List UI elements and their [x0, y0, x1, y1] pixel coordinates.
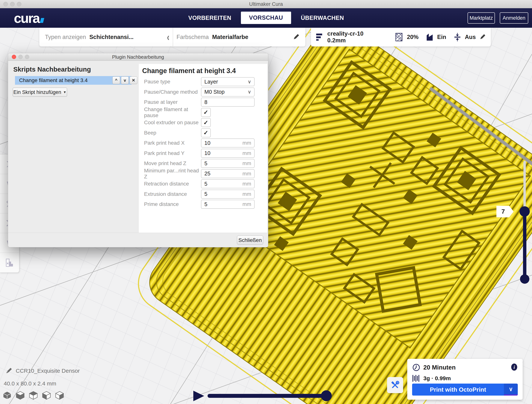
support-blocker-tool[interactable] — [0, 253, 19, 272]
view-left-button[interactable] — [41, 390, 52, 401]
chevron-down-icon: ∨ — [248, 79, 251, 85]
script-settings-panel: Change filament at height 3.4 Pause type… — [139, 64, 267, 233]
window-title: Ultimaker Cura — [0, 1, 532, 7]
layer-slider-handle[interactable] — [519, 206, 530, 217]
pause-at-layer-input[interactable]: 8 — [201, 98, 254, 107]
field-label: Park print head Y — [139, 150, 201, 156]
field-value: 5 — [204, 191, 207, 197]
field-row-prime-distance: Prime distance5mm — [139, 199, 267, 210]
clock-icon — [412, 363, 420, 372]
collapse-chevron-icon[interactable]: ‹ — [167, 31, 169, 43]
extrusion-distance-input[interactable]: 5mm — [201, 190, 254, 199]
field-row-beep: Beep✓ — [139, 128, 267, 138]
view-top-button[interactable] — [28, 390, 38, 401]
view-3d-button[interactable] — [2, 390, 12, 401]
printer-profile: creality-cr-10 0.2mm — [327, 30, 380, 44]
dialog-footer: Schließen — [8, 233, 268, 247]
tab-vorbereiten[interactable]: VORBEREITEN — [187, 8, 232, 28]
signin-button[interactable]: Anmelden — [500, 12, 528, 24]
view-front-button[interactable] — [15, 390, 25, 401]
scheme-value[interactable]: Materialfarbe — [212, 34, 248, 40]
field-label: Extrusion distance — [139, 191, 201, 197]
field-row-park-print-head-y: Park print head Y10mm — [139, 148, 267, 159]
view-right-button[interactable] — [54, 390, 65, 401]
pause-type-select[interactable]: Layer∨ — [201, 77, 254, 86]
change-filament-at-pause-checkbox[interactable]: ✓ — [201, 108, 211, 117]
script-move-down-button[interactable]: v — [121, 77, 129, 84]
field-unit: mm — [242, 171, 251, 177]
field-unit: mm — [242, 160, 251, 167]
tab-ueberwachen[interactable]: ÜBERWACHEN — [299, 8, 346, 28]
park-print-head-y-input[interactable]: 10mm — [201, 149, 254, 158]
info-icon[interactable]: i — [511, 363, 518, 372]
script-move-up-button[interactable]: ^ — [112, 77, 120, 84]
field-value: Layer — [204, 79, 218, 85]
beep-checkbox[interactable]: ✓ — [201, 128, 211, 137]
dialog-title: Plugin Nachbearbeitung — [8, 54, 268, 60]
print-with-octoprint-button[interactable]: Print with OctoPrint — [412, 384, 504, 396]
field-row-pause-at-layer: Pause at layer8 — [139, 97, 267, 107]
field-value: 5 — [204, 160, 207, 167]
adhesion-icon — [454, 32, 461, 42]
field-value: 5 — [204, 181, 207, 187]
dialog-titlebar[interactable]: Plugin Nachbearbeitung — [8, 53, 268, 61]
field-row-extrusion-distance: Extrusion distance5mm — [139, 189, 267, 199]
cura-logo-dot — [40, 18, 44, 23]
field-value: 10 — [204, 150, 210, 156]
tab-vorschau[interactable]: VORSCHAU — [241, 12, 291, 24]
field-label: Pause at layer — [139, 99, 201, 105]
layer-slider-track[interactable] — [523, 161, 526, 212]
post-processing-dialog: Plugin Nachbearbeitung Skripts Nachbearb… — [8, 53, 268, 247]
model-dimensions: 40.0 x 80.0 x 2.4 mm — [4, 380, 56, 387]
field-unit: mm — [242, 140, 251, 146]
divider — [173, 28, 173, 46]
field-value: 10 — [204, 140, 210, 146]
print-settings-panel[interactable]: creality-cr-10 0.2mm 20% Ein Aus — [311, 28, 491, 46]
field-row-move-print-head-z: Move print head Z5mm — [139, 158, 267, 169]
prime-distance-input[interactable]: 5mm — [201, 200, 254, 209]
field-label: Cool extruder on pause — [139, 120, 201, 126]
window-titlebar[interactable]: Ultimaker Cura — [0, 0, 532, 8]
support-value: Ein — [437, 34, 446, 40]
infill-icon — [395, 32, 403, 42]
marketplace-button[interactable]: Marktplatz — [468, 12, 495, 24]
field-row-minimum-park-print-head-z: Minimum par...rint head Z25mm — [139, 169, 267, 179]
hammer-wrench-icon — [391, 381, 399, 389]
field-label: Change filament at pause — [139, 106, 201, 118]
type-value[interactable]: Schichtenansi... — [89, 34, 133, 40]
layer-slider-bottom-handle[interactable] — [520, 274, 529, 284]
move-print-head-z-input[interactable]: 5mm — [201, 159, 254, 168]
field-label: Park print head X — [139, 140, 201, 146]
add-script-button[interactable]: Ein Skript hinzufügen ▼ — [13, 88, 67, 97]
main-nav-bar: cura VORBEREITEN VORSCHAU ÜBERWACHEN Mar… — [0, 8, 532, 28]
rename-model-pencil-icon[interactable] — [5, 367, 13, 375]
field-label: Minimum par...rint head Z — [139, 168, 201, 180]
cool-extruder-on-pause-checkbox[interactable]: ✓ — [201, 118, 211, 127]
edit-settings-pencil-icon[interactable] — [480, 33, 486, 41]
path-slider-handle[interactable] — [321, 390, 332, 401]
field-unit: mm — [242, 201, 251, 207]
field-label: Pause type — [139, 79, 201, 85]
script-remove-button[interactable]: ✕ — [130, 77, 137, 84]
form-heading: Change filament at height 3.4 — [142, 67, 267, 75]
close-dialog-button[interactable]: Schließen — [237, 236, 263, 245]
adhesion-value: Aus — [465, 34, 476, 40]
print-job-card: 20 Minuten i 3g · 0.99m Print with OctoP… — [407, 359, 523, 400]
layer-slider-range[interactable] — [523, 211, 526, 279]
script-name: Change filament at height 3.4 — [19, 77, 88, 83]
print-options-chevron[interactable]: ∨ — [504, 384, 518, 396]
minimum-park-print-head-z-input[interactable]: 25mm — [201, 169, 254, 178]
retraction-distance-input[interactable]: 5mm — [201, 179, 254, 188]
script-list-item-selected[interactable]: Change filament at height 3.4 ^ v ✕ — [15, 76, 132, 85]
park-print-head-x-input[interactable]: 10mm — [201, 139, 254, 147]
field-row-cool-extruder-on-pause: Cool extruder on pause✓ — [139, 117, 267, 128]
edit-scheme-pencil-icon[interactable] — [293, 33, 300, 41]
field-row-pause-type: Pause typeLayer∨ — [139, 77, 267, 87]
field-unit: mm — [242, 150, 251, 156]
play-button[interactable] — [193, 391, 204, 401]
pause-change-method-select[interactable]: M0 Stop∨ — [201, 88, 254, 96]
field-label: Move print head Z — [139, 160, 201, 167]
cura-logo: cura — [14, 11, 44, 26]
path-slider-track[interactable] — [208, 394, 327, 398]
adjust-tools-button[interactable] — [387, 377, 403, 393]
